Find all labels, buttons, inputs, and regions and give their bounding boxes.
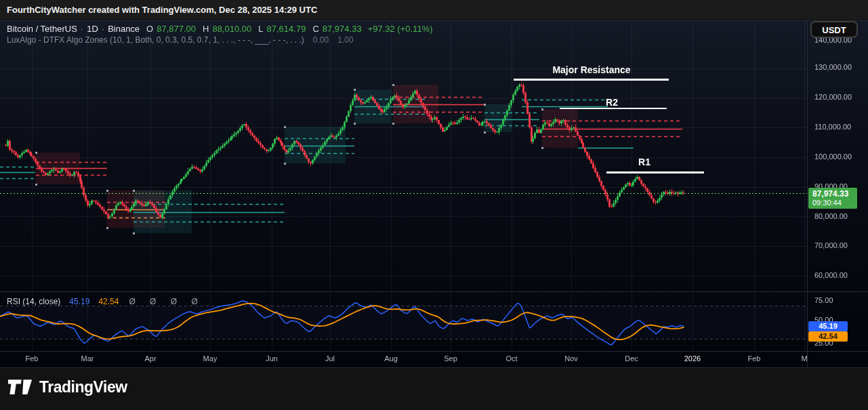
rsi-legend[interactable]: RSI (14, close) 45.19 42.54 Ø Ø Ø Ø xyxy=(7,297,204,306)
change-value: +97.32 (+0.11%) xyxy=(368,24,433,34)
time-axis-tick: Dec xyxy=(617,354,646,363)
price-axis-tick: 70,000.00 xyxy=(814,241,848,249)
separator-dot: · xyxy=(102,24,104,34)
time-axis-tick: Feb xyxy=(17,354,47,363)
price-axis-tick: 80,000.00 xyxy=(814,212,848,220)
time-axis-tick: Sep xyxy=(436,354,466,363)
annotation-line[interactable] xyxy=(560,108,667,109)
symbol-exchange: Binance xyxy=(108,24,140,34)
price-axis-tick: 130,000.00 xyxy=(814,63,852,71)
time-axis-tick: Jun xyxy=(257,354,287,363)
annotation-text: R1 xyxy=(638,157,650,167)
ohlc-high-label: H xyxy=(203,24,209,34)
rsi-value: 45.19 xyxy=(69,297,89,306)
separator-dot: · xyxy=(81,24,83,34)
tradingview-wordmark: TradingView xyxy=(39,378,127,396)
symbol-legend[interactable]: Bitcoin / TetherUS · 1D · Binance O 87,8… xyxy=(7,24,433,34)
watermark-title-bar: FourthCityWatcher created with TradingVi… xyxy=(0,0,868,20)
last-price-label: 87,974.33 09:30:44 xyxy=(808,188,857,209)
tradingview-logo-mark xyxy=(8,379,33,396)
indicator-value-1: 0.00 xyxy=(313,35,329,45)
annotation-text: Major Resistance xyxy=(552,64,630,75)
time-axis-tick: M xyxy=(789,354,819,363)
annotation-text: R2 xyxy=(606,97,618,108)
symbol-interval[interactable]: 1D xyxy=(87,24,98,34)
symbol-name[interactable]: Bitcoin / TetherUS xyxy=(7,24,77,34)
ohlc-high-value: 88,010.00 xyxy=(212,24,251,34)
rsi-title[interactable]: RSI (14, close) xyxy=(7,297,60,306)
price-axis-tick: 100,000.00 xyxy=(814,152,852,161)
bar-countdown: 09:30:44 xyxy=(812,199,857,207)
ohlc-close-value: 87,974.33 xyxy=(323,24,362,34)
annotation-line[interactable] xyxy=(606,171,704,173)
indicator-name[interactable]: LuxAlgo - DTFX Algo Zones (10, 1, Both, … xyxy=(7,35,304,45)
price-axis-tick: 60,000.00 xyxy=(814,271,848,279)
indicator-legend[interactable]: LuxAlgo - DTFX Algo Zones (10, 1, Both, … xyxy=(7,35,354,45)
rsi-axis-tick: 75.00 xyxy=(814,296,833,304)
time-axis-tick: Oct xyxy=(497,354,526,363)
time-axis-tick: Feb xyxy=(739,354,769,363)
ohlc-low-label: L xyxy=(258,24,263,34)
time-axis-tick: May xyxy=(195,354,225,363)
ohlc-open-label: O xyxy=(146,24,153,34)
ohlc-open-value: 87,877.00 xyxy=(157,24,196,34)
tradingview-logo[interactable]: TradingView xyxy=(8,378,127,396)
time-axis-tick: Nov xyxy=(556,354,586,363)
ohlc-low-value: 87,614.79 xyxy=(267,24,306,34)
watermark-title: FourthCityWatcher created with TradingVi… xyxy=(7,5,317,15)
currency-toggle-button[interactable]: USDT xyxy=(810,21,858,38)
time-axis-tick: Aug xyxy=(376,354,406,363)
price-axis-tick: 110,000.00 xyxy=(814,123,851,131)
last-price-value: 87,974.33 xyxy=(812,189,857,199)
indicator-value-2: 1.00 xyxy=(337,35,353,45)
rsi-ma-axis-label: 42.54 xyxy=(808,331,848,342)
time-axis-tick: Apr xyxy=(136,354,165,363)
time-axis-tick: Jul xyxy=(315,354,345,363)
price-axis-tick: 120,000.00 xyxy=(814,93,852,101)
annotation-line[interactable] xyxy=(514,79,669,81)
chart-canvas xyxy=(0,0,868,410)
rsi-axis-label: 45.19 xyxy=(808,321,848,331)
rsi-hidden-values: Ø Ø Ø Ø xyxy=(129,297,203,306)
time-axis-tick: 2026 xyxy=(678,354,707,363)
ohlc-close-label: C xyxy=(312,24,318,34)
rsi-ma-value: 42.54 xyxy=(98,297,119,306)
time-axis-tick: Mar xyxy=(73,354,102,363)
